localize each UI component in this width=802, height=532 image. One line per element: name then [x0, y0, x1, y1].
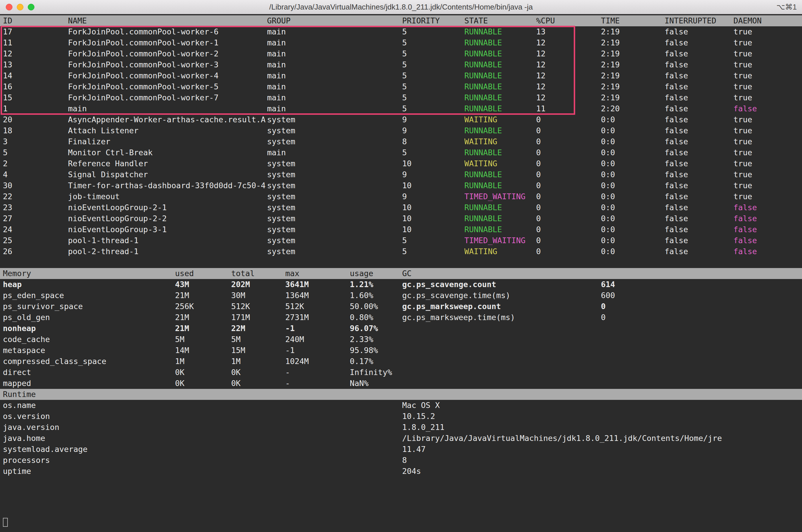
fullscreen-button[interactable] [28, 4, 34, 11]
thread-interrupted-cell: false [664, 213, 733, 224]
memory-usage-cell: 95.98% [350, 345, 402, 356]
thread-group-cell: main [267, 37, 402, 48]
thread-group-cell: system [267, 213, 402, 224]
thread-state-cell: RUNNABLE [464, 70, 536, 81]
thread-interrupted-cell: false [664, 180, 733, 191]
thread-daemon-cell: true [733, 70, 802, 81]
thread-id-cell: 20 [3, 114, 68, 125]
thread-daemon-cell: true [733, 191, 802, 202]
memory-max-cell: 3641M [285, 279, 350, 290]
thread-group-cell: system [267, 235, 402, 246]
thread-state-cell: TIMED_WAITING [464, 191, 536, 202]
runtime-table-row: os.version 10.15.2 [0, 411, 802, 422]
thread-name-cell: AsyncAppender-Worker-arthas-cache.result… [68, 114, 267, 125]
thread-time-cell: 2:20 [601, 103, 664, 114]
thread-id-cell: 22 [3, 191, 68, 202]
runtime-header: Runtime [0, 389, 802, 400]
thread-state-cell: RUNNABLE [464, 92, 536, 103]
thread-cpu-cell: 0 [536, 202, 601, 213]
column-header-state: STATE [464, 15, 536, 26]
thread-table-row: 17 ForkJoinPool.commonPool-worker-6 main… [0, 26, 802, 37]
column-header-daemon: DAEMON [733, 15, 802, 26]
gc-metric-value-cell: 600 [601, 290, 802, 301]
close-button[interactable] [6, 4, 13, 11]
thread-interrupted-cell: false [664, 48, 733, 59]
memory-total-cell: 30M [231, 290, 285, 301]
memory-max-cell: 1364M [285, 290, 350, 301]
thread-priority-cell: 8 [402, 136, 464, 147]
runtime-table-row: systemload.average 11.47 [0, 444, 802, 455]
thread-interrupted-cell: false [664, 59, 733, 70]
thread-state-cell: RUNNABLE [464, 213, 536, 224]
thread-id-cell: 15 [3, 92, 68, 103]
thread-name-cell: ForkJoinPool.commonPool-worker-5 [68, 81, 267, 92]
thread-name-cell: nioEventLoopGroup-2-1 [68, 202, 267, 213]
thread-name-cell: Finalizer [68, 136, 267, 147]
thread-time-cell: 0:0 [601, 158, 664, 169]
memory-usage-cell: 50.00% [350, 301, 402, 312]
memory-max-cell: 2731M [285, 312, 350, 323]
minimize-button[interactable] [17, 4, 23, 11]
titlebar[interactable]: /Library/Java/JavaVirtualMachines/jdk1.8… [0, 0, 802, 14]
column-header-usage: usage [350, 268, 402, 279]
thread-table-row: 25 pool-1-thread-1 system 5 TIMED_WAITIN… [0, 235, 802, 246]
thread-name-cell: nioEventLoopGroup-2-2 [68, 213, 267, 224]
thread-cpu-cell: 0 [536, 169, 601, 180]
column-header-memory: Memory [3, 268, 175, 279]
thread-interrupted-cell: false [664, 158, 733, 169]
thread-interrupted-cell: false [664, 169, 733, 180]
thread-table-row: 4 Signal Dispatcher system 9 RUNNABLE 0 … [0, 169, 802, 180]
thread-name-cell: Reference Handler [68, 158, 267, 169]
memory-usage-cell: NaN% [350, 378, 402, 389]
gc-metric-value-cell: 614 [601, 279, 802, 290]
thread-group-cell: main [267, 103, 402, 114]
thread-table-row: 5 Monitor Ctrl-Break main 5 RUNNABLE 0 0… [0, 147, 802, 158]
thread-time-cell: 0:0 [601, 114, 664, 125]
thread-priority-cell: 5 [402, 246, 464, 257]
thread-state-cell: TIMED_WAITING [464, 235, 536, 246]
thread-table-row: 14 ForkJoinPool.commonPool-worker-4 main… [0, 70, 802, 81]
memory-pool-name-cell: code_cache [3, 334, 175, 345]
runtime-table-row: java.version 1.8.0_211 [0, 422, 802, 433]
thread-table-row: 27 nioEventLoopGroup-2-2 system 10 RUNNA… [0, 213, 802, 224]
thread-cpu-cell: 0 [536, 224, 601, 235]
memory-table-row: code_cache 5M 5M 240M 2.33% [0, 334, 802, 345]
thread-daemon-cell: true [733, 48, 802, 59]
memory-total-cell: 0K [231, 378, 285, 389]
column-header-group: GROUP [267, 15, 402, 26]
thread-priority-cell: 10 [402, 224, 464, 235]
thread-interrupted-cell: false [664, 202, 733, 213]
thread-name-cell: pool-2-thread-1 [68, 246, 267, 257]
runtime-value-cell: 10.15.2 [402, 411, 802, 422]
memory-usage-cell: 0.17% [350, 356, 402, 367]
thread-id-cell: 14 [3, 70, 68, 81]
memory-max-cell: 240M [285, 334, 350, 345]
terminal-screen[interactable]: ID NAME GROUP PRIORITY STATE %CPU TIME I… [0, 14, 802, 532]
thread-daemon-cell: true [733, 158, 802, 169]
thread-group-cell: system [267, 246, 402, 257]
memory-used-cell: 5M [175, 334, 231, 345]
thread-time-cell: 0:0 [601, 235, 664, 246]
thread-priority-cell: 5 [402, 48, 464, 59]
memory-table-row: mapped 0K 0K - NaN% [0, 378, 802, 389]
thread-daemon-cell: false [733, 103, 802, 114]
thread-group-cell: main [267, 81, 402, 92]
thread-cpu-cell: 0 [536, 147, 601, 158]
thread-cpu-cell: 0 [536, 180, 601, 191]
memory-pool-name-cell: compressed_class_space [3, 356, 175, 367]
thread-table-row: 3 Finalizer system 8 WAITING 0 0:0 false… [0, 136, 802, 147]
thread-daemon-cell: false [733, 213, 802, 224]
runtime-key-cell: os.version [3, 411, 402, 422]
thread-daemon-cell: false [733, 246, 802, 257]
thread-state-cell: RUNNABLE [464, 147, 536, 158]
runtime-key-cell: java.home [3, 433, 402, 444]
thread-group-cell: system [267, 180, 402, 191]
thread-priority-cell: 5 [402, 81, 464, 92]
thread-id-cell: 27 [3, 213, 68, 224]
thread-table-row: 23 nioEventLoopGroup-2-1 system 10 RUNNA… [0, 202, 802, 213]
thread-daemon-cell: true [733, 169, 802, 180]
thread-group-cell: main [267, 147, 402, 158]
runtime-header-label: Runtime [3, 389, 36, 400]
thread-state-cell: WAITING [464, 136, 536, 147]
column-header-interrupted: INTERRUPTED [664, 15, 733, 26]
